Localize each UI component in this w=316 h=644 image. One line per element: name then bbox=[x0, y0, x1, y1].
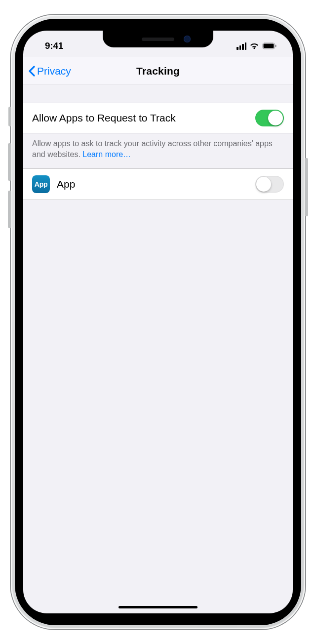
allow-tracking-label: Allow Apps to Request to Track bbox=[32, 112, 176, 124]
volume-up-button bbox=[8, 143, 11, 181]
app-tracking-toggle[interactable] bbox=[255, 176, 284, 193]
front-camera bbox=[184, 36, 191, 42]
screen: 9:41 Privacy Tracking bbox=[23, 31, 293, 613]
phone-frame: 9:41 Privacy Tracking bbox=[11, 15, 305, 629]
battery-icon bbox=[262, 42, 277, 49]
learn-more-link[interactable]: Learn more… bbox=[82, 150, 131, 159]
status-time: 9:41 bbox=[37, 37, 63, 51]
speaker-grille bbox=[142, 38, 174, 41]
chevron-left-icon bbox=[28, 66, 35, 77]
allow-tracking-footer: Allow apps to ask to track your activity… bbox=[23, 133, 293, 168]
app-icon: App bbox=[32, 175, 50, 193]
nav-bar: Privacy Tracking bbox=[23, 57, 293, 85]
svg-rect-1 bbox=[264, 44, 274, 48]
home-indicator[interactable] bbox=[118, 606, 198, 608]
power-button bbox=[305, 158, 308, 216]
allow-tracking-cell: Allow Apps to Request to Track bbox=[23, 103, 293, 133]
back-label: Privacy bbox=[37, 65, 71, 77]
status-icons bbox=[237, 39, 279, 50]
cellular-signal-icon bbox=[237, 42, 246, 50]
app-name-label: App bbox=[57, 178, 75, 190]
settings-content: Allow Apps to Request to Track Allow app… bbox=[23, 85, 293, 200]
volume-down-button bbox=[8, 191, 11, 228]
allow-tracking-toggle[interactable] bbox=[255, 110, 284, 126]
wifi-icon bbox=[249, 42, 259, 50]
app-list: AppApp bbox=[23, 168, 293, 200]
svg-rect-2 bbox=[276, 45, 276, 47]
app-tracking-cell: AppApp bbox=[23, 168, 293, 200]
back-button[interactable]: Privacy bbox=[28, 57, 71, 84]
notch bbox=[103, 31, 213, 47]
page-title: Tracking bbox=[136, 65, 180, 77]
footer-text: Allow apps to ask to track your activity… bbox=[32, 139, 273, 159]
silence-switch bbox=[8, 107, 11, 126]
